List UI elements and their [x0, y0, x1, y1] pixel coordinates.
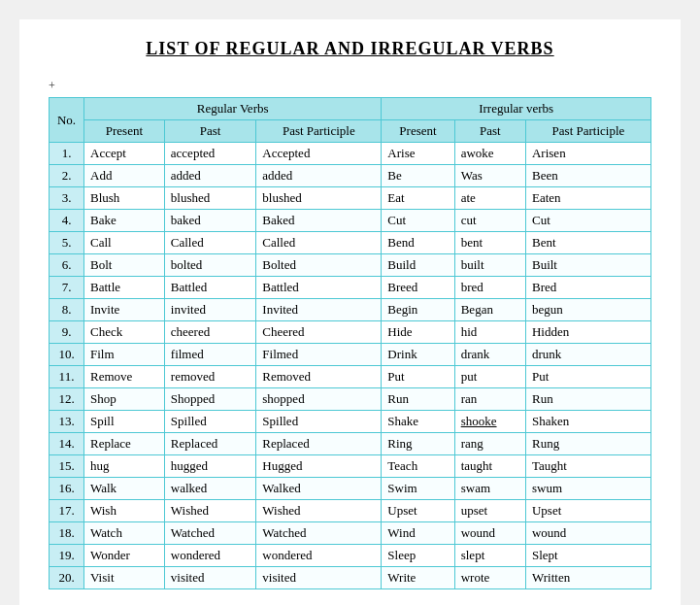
table-row: 10.FilmfilmedFilmedDrinkdrankdrunk: [50, 344, 651, 366]
i-present: Begin: [382, 299, 454, 321]
i-present: Arise: [382, 143, 454, 165]
header-r-past: Past: [164, 120, 255, 143]
row-number: 9.: [50, 321, 84, 344]
r-past: Replaced: [164, 433, 255, 455]
header-i-present: Present: [382, 120, 454, 143]
i-present: Swim: [382, 478, 454, 500]
r-past: removed: [164, 366, 255, 388]
r-past-participle: Baked: [256, 210, 382, 232]
table-row: 20.VisitvisitedvisitedWritewroteWritten: [50, 567, 651, 589]
r-past-participle: Walked: [256, 478, 382, 500]
r-past-participle: visited: [256, 567, 382, 589]
r-past-participle: Replaced: [256, 433, 382, 455]
i-past: drank: [454, 344, 525, 366]
i-past-participle: Slept: [525, 545, 650, 567]
table-row: 17.WishWishedWishedUpsetupsetUpset: [50, 500, 651, 522]
r-present: Accept: [84, 143, 165, 165]
r-present: Replace: [84, 433, 165, 455]
table-row: 6.BoltboltedBoltedBuildbuiltBuilt: [50, 254, 651, 277]
i-past-participle: Run: [525, 388, 650, 411]
r-past: Called: [164, 232, 255, 254]
r-present: Walk: [84, 478, 165, 500]
r-present: Remove: [84, 366, 165, 388]
row-number: 7.: [50, 277, 84, 299]
i-present: Teach: [382, 455, 454, 478]
table-row: 3.BlushblushedblushedEatateEaten: [50, 187, 651, 210]
row-number: 3.: [50, 187, 84, 210]
i-present: Shake: [382, 411, 454, 433]
header-no: No.: [50, 98, 84, 143]
r-past: Battled: [164, 277, 255, 299]
i-present: Cut: [382, 210, 454, 232]
i-past-participle: Written: [525, 567, 650, 589]
r-past: Spilled: [164, 411, 255, 433]
row-number: 5.: [50, 232, 84, 254]
r-present: Check: [84, 321, 165, 344]
r-present: Add: [84, 165, 165, 187]
r-past-participle: Invited: [256, 299, 382, 321]
table-row: 5.CallCalledCalledBendbentBent: [50, 232, 651, 254]
r-past-participle: Filmed: [256, 344, 382, 366]
i-present: Eat: [382, 187, 454, 210]
r-past-participle: shopped: [256, 388, 382, 411]
i-past-participle: Upset: [525, 500, 650, 522]
i-past-participle: Put: [525, 366, 650, 388]
r-present: Call: [84, 232, 165, 254]
i-past: bent: [454, 232, 525, 254]
r-past-participle: Wished: [256, 500, 382, 522]
i-past-participle: wound: [525, 522, 650, 545]
i-past-participle: begun: [525, 299, 650, 321]
table-row: 4.BakebakedBakedCutcutCut: [50, 210, 651, 232]
r-past: wondered: [164, 545, 255, 567]
header-i-past: Past: [454, 120, 525, 143]
i-past: upset: [454, 500, 525, 522]
i-past: shooke: [454, 411, 525, 433]
header-r-pastparticiple: Past Participle: [256, 120, 382, 143]
i-past: taught: [454, 455, 525, 478]
i-present: Write: [382, 567, 454, 589]
i-past-participle: drunk: [525, 344, 650, 366]
i-past-participle: Rung: [525, 433, 650, 455]
page-title: LIST OF REGULAR AND IRREGULAR VERBS: [49, 39, 651, 59]
table-row: 7.BattleBattledBattledBreedbredBred: [50, 277, 651, 299]
i-present: Hide: [382, 321, 454, 344]
r-past-participle: Hugged: [256, 455, 382, 478]
i-past: Was: [454, 165, 525, 187]
row-number: 19.: [50, 545, 84, 567]
r-past-participle: Battled: [256, 277, 382, 299]
table-row: 8.InviteinvitedInvitedBeginBeganbegun: [50, 299, 651, 321]
i-past-participle: Shaken: [525, 411, 650, 433]
plus-icon: +: [49, 79, 651, 93]
table-row: 9.CheckcheeredCheeredHidehidHidden: [50, 321, 651, 344]
r-present: Battle: [84, 277, 165, 299]
i-past-participle: Bred: [525, 277, 650, 299]
row-number: 15.: [50, 455, 84, 478]
i-present: Be: [382, 165, 454, 187]
r-past: blushed: [164, 187, 255, 210]
r-past-participle: Spilled: [256, 411, 382, 433]
verbs-table: No. Regular Verbs Irregular verbs Presen…: [49, 97, 651, 589]
r-past: filmed: [164, 344, 255, 366]
i-past-participle: Cut: [525, 210, 650, 232]
i-past: bred: [454, 277, 525, 299]
r-past-participle: Watched: [256, 522, 382, 545]
r-past: added: [164, 165, 255, 187]
table-row: 11.RemoveremovedRemovedPutputPut: [50, 366, 651, 388]
i-past: rang: [454, 433, 525, 455]
i-present: Wind: [382, 522, 454, 545]
i-present: Sleep: [382, 545, 454, 567]
i-past: awoke: [454, 143, 525, 165]
header-r-present: Present: [84, 120, 165, 143]
row-number: 17.: [50, 500, 84, 522]
row-number: 6.: [50, 254, 84, 277]
i-past-participle: Eaten: [525, 187, 650, 210]
table-row: 12.ShopShoppedshoppedRunranRun: [50, 388, 651, 411]
i-past-participle: Arisen: [525, 143, 650, 165]
table-row: 1.AcceptacceptedAcceptedAriseawokeArisen: [50, 143, 651, 165]
i-past: built: [454, 254, 525, 277]
i-past: wrote: [454, 567, 525, 589]
i-past-participle: Taught: [525, 455, 650, 478]
i-past: swam: [454, 478, 525, 500]
i-present: Upset: [382, 500, 454, 522]
r-past-participle: Accepted: [256, 143, 382, 165]
